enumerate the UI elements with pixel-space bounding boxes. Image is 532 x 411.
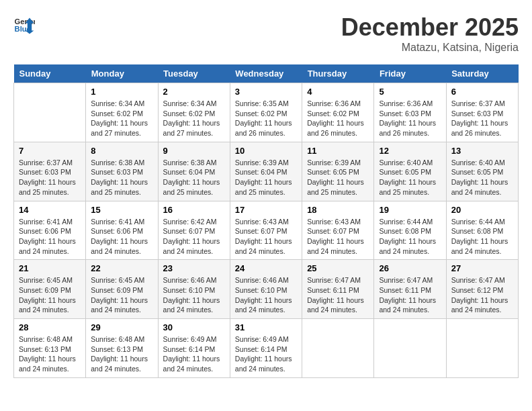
calendar-cell: 23Sunrise: 6:46 AMSunset: 6:10 PMDayligh…: [158, 260, 230, 319]
day-number: 14: [19, 205, 81, 215]
calendar-cell: [374, 319, 446, 378]
calendar-table: SundayMondayTuesdayWednesdayThursdayFrid…: [13, 64, 519, 378]
location: Matazu, Katsina, Nigeria: [341, 42, 519, 54]
cell-details: Sunrise: 6:48 AMSunset: 6:13 PMDaylight:…: [91, 334, 152, 374]
day-number: 26: [379, 263, 441, 273]
calendar-cell: 14Sunrise: 6:41 AMSunset: 6:06 PMDayligh…: [14, 201, 86, 260]
title-block: December 2025 Matazu, Katsina, Nigeria: [341, 13, 519, 54]
weekday-header-cell: Sunday: [14, 64, 86, 83]
day-number: 15: [91, 205, 152, 215]
calendar-cell: 30Sunrise: 6:49 AMSunset: 6:14 PMDayligh…: [158, 319, 230, 378]
cell-details: Sunrise: 6:49 AMSunset: 6:14 PMDaylight:…: [163, 334, 225, 374]
day-number: 24: [235, 263, 297, 273]
day-number: 4: [307, 87, 369, 97]
day-number: 18: [307, 205, 369, 215]
calendar-cell: 4Sunrise: 6:36 AMSunset: 6:02 PMDaylight…: [302, 83, 374, 142]
weekday-header-cell: Tuesday: [158, 64, 230, 83]
day-number: 19: [379, 205, 441, 215]
calendar-cell: 15Sunrise: 6:41 AMSunset: 6:06 PMDayligh…: [86, 201, 158, 260]
calendar-cell: 13Sunrise: 6:40 AMSunset: 6:05 PMDayligh…: [446, 142, 518, 201]
day-number: 29: [91, 322, 152, 332]
cell-details: Sunrise: 6:45 AMSunset: 6:09 PMDaylight:…: [19, 275, 81, 315]
calendar-cell: 22Sunrise: 6:45 AMSunset: 6:09 PMDayligh…: [86, 260, 158, 319]
logo-icon: General Blue: [13, 13, 35, 35]
weekday-header-cell: Friday: [374, 64, 446, 83]
calendar-week-row: 7Sunrise: 6:37 AMSunset: 6:03 PMDaylight…: [14, 142, 519, 201]
cell-details: Sunrise: 6:34 AMSunset: 6:02 PMDaylight:…: [163, 99, 225, 138]
day-number: 8: [91, 146, 152, 156]
day-number: 3: [235, 87, 297, 97]
weekday-header-cell: Thursday: [302, 64, 374, 83]
cell-details: Sunrise: 6:35 AMSunset: 6:02 PMDaylight:…: [235, 99, 297, 138]
day-number: 7: [19, 146, 81, 156]
cell-details: Sunrise: 6:40 AMSunset: 6:05 PMDaylight:…: [451, 158, 513, 197]
calendar-body: 1Sunrise: 6:34 AMSunset: 6:02 PMDaylight…: [14, 83, 519, 378]
page-header: General Blue December 2025 Matazu, Katsi…: [13, 13, 519, 54]
day-number: 5: [379, 87, 441, 97]
cell-details: Sunrise: 6:45 AMSunset: 6:09 PMDaylight:…: [91, 275, 152, 315]
calendar-cell: 29Sunrise: 6:48 AMSunset: 6:13 PMDayligh…: [86, 319, 158, 378]
day-number: 27: [451, 263, 513, 273]
weekday-header-cell: Saturday: [446, 64, 518, 83]
cell-details: Sunrise: 6:38 AMSunset: 6:03 PMDaylight:…: [91, 158, 152, 197]
day-number: 2: [163, 87, 225, 97]
day-number: 30: [163, 322, 225, 332]
cell-details: Sunrise: 6:46 AMSunset: 6:10 PMDaylight:…: [163, 275, 225, 315]
cell-details: Sunrise: 6:38 AMSunset: 6:04 PMDaylight:…: [163, 158, 225, 197]
day-number: 23: [163, 263, 225, 273]
day-number: 6: [451, 87, 513, 97]
calendar-cell: 24Sunrise: 6:46 AMSunset: 6:10 PMDayligh…: [230, 260, 302, 319]
cell-details: Sunrise: 6:41 AMSunset: 6:06 PMDaylight:…: [91, 217, 152, 257]
day-number: 13: [451, 146, 513, 156]
day-number: 12: [379, 146, 441, 156]
cell-details: Sunrise: 6:47 AMSunset: 6:11 PMDaylight:…: [379, 275, 441, 315]
cell-details: Sunrise: 6:40 AMSunset: 6:05 PMDaylight:…: [379, 158, 441, 197]
calendar-cell: 21Sunrise: 6:45 AMSunset: 6:09 PMDayligh…: [14, 260, 86, 319]
calendar-cell: 2Sunrise: 6:34 AMSunset: 6:02 PMDaylight…: [158, 83, 230, 142]
cell-details: Sunrise: 6:49 AMSunset: 6:14 PMDaylight:…: [235, 334, 297, 374]
cell-details: Sunrise: 6:39 AMSunset: 6:04 PMDaylight:…: [235, 158, 297, 197]
calendar-cell: 27Sunrise: 6:47 AMSunset: 6:12 PMDayligh…: [446, 260, 518, 319]
cell-details: Sunrise: 6:43 AMSunset: 6:07 PMDaylight:…: [235, 217, 297, 257]
day-number: 16: [163, 205, 225, 215]
day-number: 31: [235, 322, 297, 332]
calendar-cell: 11Sunrise: 6:39 AMSunset: 6:05 PMDayligh…: [302, 142, 374, 201]
day-number: 21: [19, 263, 81, 273]
cell-details: Sunrise: 6:44 AMSunset: 6:08 PMDaylight:…: [451, 217, 513, 257]
calendar-cell: 9Sunrise: 6:38 AMSunset: 6:04 PMDaylight…: [158, 142, 230, 201]
cell-details: Sunrise: 6:37 AMSunset: 6:03 PMDaylight:…: [19, 158, 81, 197]
calendar-cell: [302, 319, 374, 378]
cell-details: Sunrise: 6:47 AMSunset: 6:12 PMDaylight:…: [451, 275, 513, 315]
cell-details: Sunrise: 6:34 AMSunset: 6:02 PMDaylight:…: [91, 99, 152, 138]
cell-details: Sunrise: 6:36 AMSunset: 6:03 PMDaylight:…: [379, 99, 441, 138]
calendar-cell: 17Sunrise: 6:43 AMSunset: 6:07 PMDayligh…: [230, 201, 302, 260]
calendar-week-row: 21Sunrise: 6:45 AMSunset: 6:09 PMDayligh…: [14, 260, 519, 319]
calendar-cell: [14, 83, 86, 142]
day-number: 1: [91, 87, 152, 97]
weekday-header-row: SundayMondayTuesdayWednesdayThursdayFrid…: [14, 64, 519, 83]
calendar-cell: 31Sunrise: 6:49 AMSunset: 6:14 PMDayligh…: [230, 319, 302, 378]
calendar-week-row: 1Sunrise: 6:34 AMSunset: 6:02 PMDaylight…: [14, 83, 519, 142]
cell-details: Sunrise: 6:43 AMSunset: 6:07 PMDaylight:…: [307, 217, 369, 257]
calendar-cell: 8Sunrise: 6:38 AMSunset: 6:03 PMDaylight…: [86, 142, 158, 201]
calendar-cell: 6Sunrise: 6:37 AMSunset: 6:03 PMDaylight…: [446, 83, 518, 142]
calendar-cell: 3Sunrise: 6:35 AMSunset: 6:02 PMDaylight…: [230, 83, 302, 142]
cell-details: Sunrise: 6:37 AMSunset: 6:03 PMDaylight:…: [451, 99, 513, 138]
day-number: 17: [235, 205, 297, 215]
logo: General Blue: [13, 13, 35, 35]
calendar-cell: 7Sunrise: 6:37 AMSunset: 6:03 PMDaylight…: [14, 142, 86, 201]
cell-details: Sunrise: 6:41 AMSunset: 6:06 PMDaylight:…: [19, 217, 81, 257]
cell-details: Sunrise: 6:36 AMSunset: 6:02 PMDaylight:…: [307, 99, 369, 138]
calendar-cell: [446, 319, 518, 378]
calendar-cell: 5Sunrise: 6:36 AMSunset: 6:03 PMDaylight…: [374, 83, 446, 142]
cell-details: Sunrise: 6:39 AMSunset: 6:05 PMDaylight:…: [307, 158, 369, 197]
calendar-cell: 18Sunrise: 6:43 AMSunset: 6:07 PMDayligh…: [302, 201, 374, 260]
cell-details: Sunrise: 6:46 AMSunset: 6:10 PMDaylight:…: [235, 275, 297, 315]
day-number: 10: [235, 146, 297, 156]
day-number: 11: [307, 146, 369, 156]
weekday-header-cell: Wednesday: [230, 64, 302, 83]
cell-details: Sunrise: 6:42 AMSunset: 6:07 PMDaylight:…: [163, 217, 225, 257]
day-number: 9: [163, 146, 225, 156]
calendar-cell: 28Sunrise: 6:48 AMSunset: 6:13 PMDayligh…: [14, 319, 86, 378]
day-number: 28: [19, 322, 81, 332]
